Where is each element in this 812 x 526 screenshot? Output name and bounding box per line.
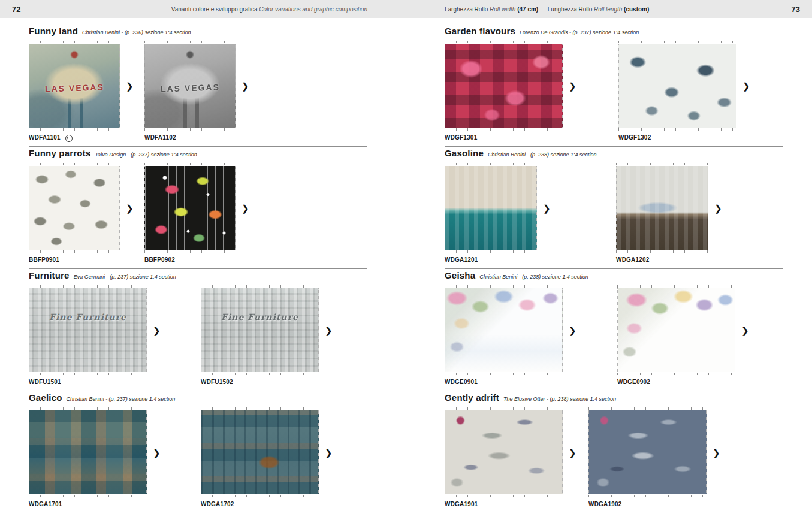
crop-marks xyxy=(29,163,120,253)
swatch-code-row: WDGA1202 xyxy=(616,255,787,264)
swatch-image[interactable]: LAS VEGAS xyxy=(144,44,236,128)
page-number-right: 73 xyxy=(792,5,800,14)
crop-marks xyxy=(445,163,537,253)
chevron-right-icon[interactable]: ❯ xyxy=(153,326,161,335)
swatch-code: BBFP0902 xyxy=(144,256,175,263)
chevron-right-icon[interactable]: ❯ xyxy=(569,326,576,335)
swatch-code-row: BBFP0902 xyxy=(144,255,260,264)
chevron-right-icon[interactable]: ❯ xyxy=(569,448,576,457)
swatch-code-row: WDGF1301 xyxy=(445,133,618,141)
chevron-right-icon[interactable]: ❯ xyxy=(126,81,134,90)
pattern-title: Gently adrift xyxy=(445,393,499,403)
swatch-cell: ❯ WDGA1901 xyxy=(445,407,588,508)
swatch-code: WDGA1201 xyxy=(445,256,478,263)
pattern-title: Funny parrots xyxy=(29,149,90,158)
swatch-row: ❯ WDGE0901 ❯ WDGE0902 xyxy=(445,285,783,386)
chevron-right-icon[interactable]: ❯ xyxy=(742,81,750,90)
catalog-spread: 72 Varianti colore e sviluppo grafica Co… xyxy=(0,0,812,510)
swatch-image[interactable] xyxy=(616,166,708,250)
pattern-section: Gasoline Christian Benini - (p. 238) sez… xyxy=(445,149,783,269)
swatch-image[interactable] xyxy=(617,288,735,372)
crop-marks: Fine Furniture xyxy=(29,285,147,375)
swatch-image[interactable] xyxy=(144,166,236,250)
swatch-cell: Fine Furniture ❯ WDFU1501 xyxy=(29,285,201,386)
artwork-text: LAS VEGAS xyxy=(44,82,104,93)
swatch-code-row: WDGF1302 xyxy=(618,133,792,141)
pattern-meta: Christian Benini - (p. 236) sezione 1:4 … xyxy=(82,28,191,37)
swatch-art-row: ❯ xyxy=(445,407,588,497)
swatch-code-row: WDGE0902 xyxy=(617,377,790,386)
crop-marks xyxy=(445,285,563,375)
swatch-row: LAS VEGAS ❯ WDFA1101 LAS VEGAS ❯ WDFA110… xyxy=(29,41,367,141)
swatch-cell: ❯ WDGA1201 xyxy=(445,163,616,264)
swatch-art-row: ❯ xyxy=(618,41,792,131)
swatch-row: ❯ WDGF1301 ❯ WDGF1302 xyxy=(445,41,783,141)
swatch-code: BBFP0901 xyxy=(29,256,59,263)
chevron-right-icon[interactable]: ❯ xyxy=(741,326,749,335)
pattern-section: Gaelico Christian Benini - (p. 237) sezi… xyxy=(29,393,367,508)
swatch-image[interactable] xyxy=(201,410,319,494)
swatch-image[interactable] xyxy=(29,166,120,250)
page-left-column: Funny land Christian Benini - (p. 236) s… xyxy=(29,26,367,510)
chevron-right-icon[interactable]: ❯ xyxy=(242,204,249,213)
caption-italian: Varianti colore e sviluppo grafica xyxy=(171,6,258,13)
swatch-cell: ❯ BBFP0902 xyxy=(144,163,260,264)
swatch-row: Fine Furniture ❯ WDFU1501 Fine Furniture… xyxy=(29,285,367,386)
swatch-image[interactable] xyxy=(445,410,563,494)
swatch-art-row: ❯ xyxy=(588,407,732,497)
swatch-code: WDGA1202 xyxy=(616,256,650,263)
pattern-meta: Christian Benini - (p. 237) sezione 1:4 … xyxy=(67,394,176,404)
chevron-right-icon[interactable]: ❯ xyxy=(325,326,333,335)
swatch-image[interactable]: LAS VEGAS xyxy=(29,44,120,128)
pattern-meta: Eva Germani - (p. 237) sezione 1:4 secti… xyxy=(74,272,176,282)
swatch-image[interactable] xyxy=(445,166,537,250)
swatch-image[interactable] xyxy=(588,410,707,494)
swatch-art-row: ❯ xyxy=(445,285,617,375)
crop-marks xyxy=(144,163,236,253)
swatch-art-row: Fine Furniture ❯ xyxy=(29,285,201,375)
chevron-right-icon[interactable]: ❯ xyxy=(713,448,720,457)
crop-marks: LAS VEGAS xyxy=(144,41,236,131)
pattern-title: Furniture xyxy=(29,271,70,280)
pattern-title-row: Funny land Christian Benini - (p. 236) s… xyxy=(29,26,367,37)
swatch-cell: LAS VEGAS ❯ WDFA1101 xyxy=(29,41,144,141)
swatch-image[interactable] xyxy=(618,44,736,128)
pattern-meta: Talva Design - (p. 237) sezione 1:4 sect… xyxy=(95,150,197,159)
swatch-art-row: ❯ xyxy=(445,41,618,131)
pattern-title-row: Gaelico Christian Benini - (p. 237) sezi… xyxy=(29,393,367,404)
swatch-cell: ❯ WDGF1302 xyxy=(618,41,792,141)
swatch-code: WDFA1102 xyxy=(144,134,176,141)
pattern-meta: The Elusive Otter - (p. 238) sezione 1:4… xyxy=(503,394,616,404)
swatch-image[interactable] xyxy=(29,410,147,494)
chevron-right-icon[interactable]: ❯ xyxy=(242,81,249,90)
swatch-row: ❯ WDGA1901 ❯ WDGA1902 xyxy=(445,407,783,508)
crop-marks xyxy=(29,407,147,497)
swatch-image[interactable] xyxy=(445,44,563,128)
swatch-cell: Fine Furniture ❯ WDFU1502 xyxy=(201,285,373,386)
chevron-right-icon[interactable]: ❯ xyxy=(126,204,134,213)
swatch-image[interactable] xyxy=(445,288,563,372)
pattern-title-row: Funny parrots Talva Design - (p. 237) se… xyxy=(29,149,367,159)
chevron-right-icon[interactable]: ❯ xyxy=(543,204,551,213)
caption-separator: — xyxy=(540,6,546,13)
chevron-right-icon[interactable]: ❯ xyxy=(325,448,333,457)
swatch-code-row: WDGA1902 xyxy=(588,500,732,508)
chevron-right-icon[interactable]: ❯ xyxy=(153,448,161,457)
swatch-art-row: ❯ xyxy=(29,163,144,253)
artwork-text: Fine Furniture xyxy=(49,312,126,322)
pattern-title-row: Gently adrift The Elusive Otter - (p. 23… xyxy=(445,393,783,404)
swatch-code: WDGF1302 xyxy=(618,134,651,141)
catalog-pages: Funny land Christian Benini - (p. 236) s… xyxy=(0,18,812,510)
chevron-right-icon[interactable]: ❯ xyxy=(569,81,576,90)
swatch-code: WDFU1501 xyxy=(29,379,61,385)
roll-length-label-it: Lunghezza Rollo xyxy=(548,6,593,13)
swatch-cell: LAS VEGAS ❯ WDFA1102 xyxy=(144,41,260,141)
chevron-right-icon[interactable]: ❯ xyxy=(714,204,722,213)
pattern-section: Funny land Christian Benini - (p. 236) s… xyxy=(29,26,367,147)
swatch-code: WDGE0902 xyxy=(617,379,650,385)
roll-width-value: (47 cm) xyxy=(517,6,538,13)
swatch-image[interactable]: Fine Furniture xyxy=(29,288,147,372)
crop-marks xyxy=(445,407,563,497)
swatch-image[interactable]: Fine Furniture xyxy=(201,288,319,372)
swatch-art-row: LAS VEGAS ❯ xyxy=(144,41,260,131)
